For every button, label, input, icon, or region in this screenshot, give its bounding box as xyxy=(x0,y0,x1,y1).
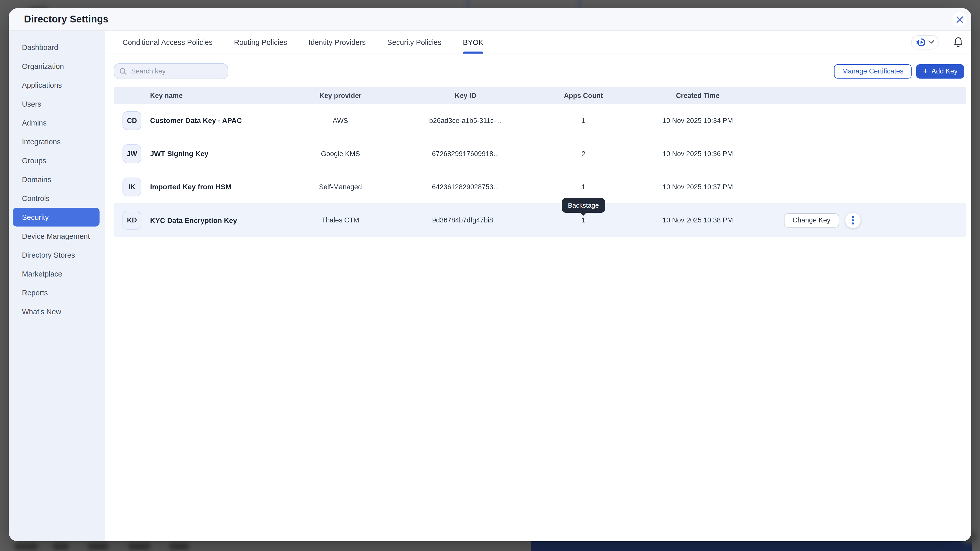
table-row[interactable]: IK Imported Key from HSM Self-Managed 64… xyxy=(114,170,966,203)
tab-byok[interactable]: BYOK xyxy=(463,30,484,54)
key-avatar: KD xyxy=(123,211,142,230)
sidebar-item-admins[interactable]: Admins xyxy=(13,113,100,132)
key-avatar: CD xyxy=(123,111,142,130)
tab-routing-policies[interactable]: Routing Policies xyxy=(234,30,287,54)
column-key-name: Key name xyxy=(114,92,275,100)
key-name: KYC Data Encryption Key xyxy=(150,216,237,224)
key-provider: Thales CTM xyxy=(275,216,405,224)
search-box xyxy=(114,63,228,79)
close-button[interactable] xyxy=(953,12,967,27)
notifications-button[interactable] xyxy=(953,37,963,48)
search-icon xyxy=(119,68,127,75)
sidebar-item-users[interactable]: Users xyxy=(13,94,100,113)
apps-count: 1 xyxy=(526,216,641,224)
row-more-actions-button[interactable] xyxy=(845,213,861,228)
table-row[interactable]: JW JWT Signing Key Google KMS 6726829917… xyxy=(114,137,966,170)
column-key-provider: Key provider xyxy=(275,92,405,100)
directory-settings-modal: Directory Settings Dashboard Organizatio… xyxy=(9,8,971,541)
toolbar: Manage Certificates + Add Key xyxy=(105,54,971,87)
close-icon xyxy=(956,16,963,23)
sidebar-item-domains[interactable]: Domains xyxy=(13,170,100,189)
vertical-divider xyxy=(946,36,946,48)
column-apps-count: Apps Count xyxy=(526,92,641,100)
column-key-id: Key ID xyxy=(405,92,526,100)
blurred-taskbar-item xyxy=(53,543,68,550)
key-provider: Self-Managed xyxy=(275,183,405,191)
tooltip-arrow xyxy=(580,212,587,216)
column-created-time: Created Time xyxy=(641,92,754,100)
manage-certificates-button[interactable]: Manage Certificates xyxy=(834,64,912,78)
tab-security-policies[interactable]: Security Policies xyxy=(387,30,442,54)
sidebar-item-marketplace[interactable]: Marketplace xyxy=(13,264,100,283)
quick-launch-dropdown-button[interactable] xyxy=(911,35,939,49)
apps-count: 2 xyxy=(526,150,641,157)
sidebar-item-groups[interactable]: Groups xyxy=(13,151,100,170)
created-time: 10 Nov 2025 10:38 PM xyxy=(641,216,754,224)
key-id: 6423612829028753... xyxy=(405,183,526,191)
key-id: b26ad3ce-a1b5-311c-... xyxy=(405,117,526,124)
toolbar-actions: Manage Certificates + Add Key xyxy=(834,64,964,78)
table-header: Key name Key provider Key ID Apps Count … xyxy=(114,87,966,104)
sidebar-item-device-management[interactable]: Device Management xyxy=(13,227,100,245)
play-speed-icon xyxy=(916,37,926,47)
modal-header: Directory Settings xyxy=(9,8,971,30)
sidebar-item-dashboard[interactable]: Dashboard xyxy=(13,38,100,57)
page-title: Directory Settings xyxy=(24,14,108,25)
key-id: 9d36784b7dfg47bi8... xyxy=(405,216,526,224)
key-name: JWT Signing Key xyxy=(150,149,208,158)
tabsbar-right-controls xyxy=(911,35,963,49)
plus-icon: + xyxy=(923,67,928,75)
sidebar-item-directory-stores[interactable]: Directory Stores xyxy=(13,245,100,264)
change-key-button[interactable]: Change Key xyxy=(784,213,839,227)
search-input[interactable] xyxy=(130,67,223,76)
key-provider: AWS xyxy=(275,117,405,124)
table-row[interactable]: CD Customer Data Key - APAC AWS b26ad3ce… xyxy=(114,104,966,137)
key-id: 6726829917609918... xyxy=(405,150,526,157)
sidebar-item-security[interactable]: Security xyxy=(13,208,100,227)
add-key-button[interactable]: + Add Key xyxy=(916,64,964,78)
tooltip-backstage: Backstage xyxy=(562,198,605,213)
keys-table: Key name Key provider Key ID Apps Count … xyxy=(114,87,966,237)
table-row[interactable]: KD KYC Data Encryption Key Thales CTM 9d… xyxy=(114,203,966,237)
blurred-taskbar-item xyxy=(169,543,189,550)
key-provider: Google KMS xyxy=(275,150,405,157)
apps-count: 1 xyxy=(526,117,641,124)
tooltip-text: Backstage xyxy=(568,202,599,209)
tabs-bar: Conditional Access Policies Routing Poli… xyxy=(105,30,971,54)
sidebar-item-whats-new[interactable]: What's New xyxy=(13,302,100,321)
created-time: 10 Nov 2025 10:36 PM xyxy=(641,150,754,157)
chevron-down-icon xyxy=(928,40,934,44)
sidebar-item-integrations[interactable]: Integrations xyxy=(13,132,100,151)
tab-identity-providers[interactable]: Identity Providers xyxy=(309,30,366,54)
bell-icon xyxy=(953,37,963,48)
apps-count: 1 xyxy=(526,183,641,191)
sidebar-item-applications[interactable]: Applications xyxy=(13,76,100,94)
sidebar-item-reports[interactable]: Reports xyxy=(13,283,100,302)
kebab-menu-icon xyxy=(852,216,854,218)
key-avatar: IK xyxy=(123,177,142,196)
blurred-taskbar-item xyxy=(88,543,108,550)
main-content: Conditional Access Policies Routing Poli… xyxy=(105,30,971,541)
key-name: Imported Key from HSM xyxy=(150,183,231,191)
key-name: Customer Data Key - APAC xyxy=(150,116,242,124)
add-key-label: Add Key xyxy=(932,67,958,75)
sidebar-item-organization[interactable]: Organization xyxy=(13,57,100,76)
sidebar: Dashboard Organization Applications User… xyxy=(9,30,105,541)
key-avatar: JW xyxy=(123,144,142,163)
blurred-taskbar-item xyxy=(14,543,38,550)
blurred-taskbar-item xyxy=(129,543,150,550)
tab-conditional-access-policies[interactable]: Conditional Access Policies xyxy=(123,30,213,54)
sidebar-item-controls[interactable]: Controls xyxy=(13,189,100,208)
created-time: 10 Nov 2025 10:34 PM xyxy=(641,117,754,124)
created-time: 10 Nov 2025 10:37 PM xyxy=(641,183,754,191)
